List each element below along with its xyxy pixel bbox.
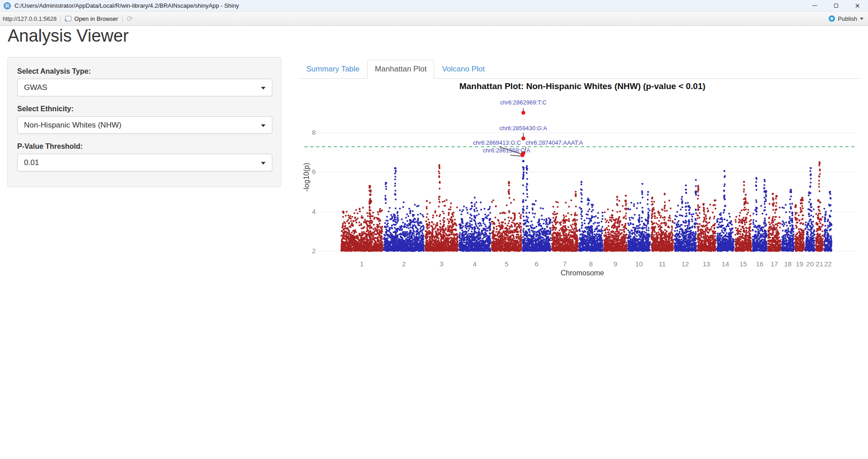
snp-annotation-label: chr6:2874047:AAAT:A [526, 139, 583, 146]
pvalue-threshold-value: 0.01 [24, 158, 39, 167]
open-in-browser-label: Open in Browser [74, 15, 118, 22]
x-tick-label: 13 [697, 260, 716, 268]
dropdown-caret-icon [261, 162, 266, 165]
x-tick-label: 10 [630, 260, 648, 268]
tabset: Summary Table Manhattan Plot Volcano Plo… [299, 60, 861, 79]
window-titlebar: R C:/Users/Administrator/AppData/Local/R… [0, 0, 868, 11]
ethnicity-value: Non-Hispanic Whites (NHW) [24, 121, 121, 130]
controls-panel: Select Analysis Type: GWAS Select Ethnic… [7, 57, 281, 187]
dropdown-caret-icon [261, 87, 266, 90]
snp-annotation-label: chr6:2869413:G:C [473, 139, 521, 146]
tab-summary-table[interactable]: Summary Table [299, 60, 367, 79]
y-tick-label: 2 [302, 247, 316, 255]
r-app-icon: R [4, 2, 11, 9]
x-tick-label: 4 [466, 260, 484, 268]
snp-annotation-label: chr6:2862969:T:C [500, 99, 547, 106]
x-tick-label: 8 [582, 260, 600, 268]
shiny-toolbar: http://127.0.0.1:5628 Open in Browser ⟳ … [0, 11, 868, 26]
tab-volcano-plot[interactable]: Volcano Plot [434, 60, 493, 79]
analysis-type-select[interactable]: GWAS [17, 79, 272, 96]
app-url: http://127.0.0.1:5628 [3, 15, 57, 22]
restore-button[interactable] [825, 0, 847, 11]
x-tick-label: 22 [819, 260, 837, 268]
snp-annotation-label: chr6:2859430:G:A [499, 125, 547, 132]
x-tick-label: 14 [716, 260, 735, 268]
toolbar-divider [122, 15, 123, 23]
open-in-browser-button[interactable]: Open in Browser [65, 15, 118, 22]
x-axis-title: Chromosome [299, 269, 866, 277]
refresh-icon[interactable]: ⟳ [127, 15, 133, 23]
x-tick-label: 12 [676, 260, 694, 268]
close-button[interactable]: ✕ [847, 0, 868, 11]
restore-icon [834, 4, 838, 8]
close-icon: ✕ [855, 2, 860, 9]
x-tick-label: 2 [395, 260, 413, 268]
manhattan-scatter-canvas [299, 79, 866, 287]
tab-manhattan-plot[interactable]: Manhattan Plot [367, 60, 434, 79]
x-tick-label: 15 [734, 260, 752, 268]
x-tick-label: 6 [527, 260, 545, 268]
minimize-icon [812, 5, 817, 6]
window-title: C:/Users/Administrator/AppData/Local/R/w… [14, 2, 239, 9]
x-tick-label: 11 [653, 260, 671, 268]
x-tick-label: 7 [556, 260, 574, 268]
y-axis-title: -log10(p) [303, 159, 311, 195]
x-tick-label: 1 [353, 260, 371, 268]
pvalue-threshold-select[interactable]: 0.01 [17, 154, 272, 171]
publish-icon [829, 15, 835, 22]
manhattan-plot: Manhattan Plot: Non-Hispanic Whites (NHW… [299, 79, 866, 287]
ethnicity-label: Select Ethnicity: [17, 105, 271, 113]
page-title: Analysis Viewer [8, 26, 129, 46]
y-tick-label: 6 [302, 168, 316, 175]
pvalue-threshold-label: P-Value Threshold: [17, 142, 271, 151]
y-tick-label: 4 [302, 208, 316, 215]
x-tick-label: 9 [607, 260, 625, 268]
publish-caret-icon[interactable] [860, 18, 863, 20]
snp-annotation-label: chr6:2861558:C:A [483, 147, 531, 154]
toolbar-divider [61, 15, 61, 23]
analysis-type-label: Select Analysis Type: [17, 67, 271, 76]
x-tick-label: 3 [432, 260, 451, 268]
dropdown-caret-icon [261, 124, 266, 127]
analysis-type-value: GWAS [24, 83, 47, 92]
y-tick-label: 8 [302, 128, 316, 136]
publish-button[interactable]: Publish [838, 15, 857, 22]
x-tick-label: 5 [498, 260, 516, 268]
open-in-browser-icon [65, 16, 71, 21]
minimize-button[interactable] [804, 0, 825, 11]
ethnicity-select[interactable]: Non-Hispanic Whites (NHW) [17, 116, 272, 134]
